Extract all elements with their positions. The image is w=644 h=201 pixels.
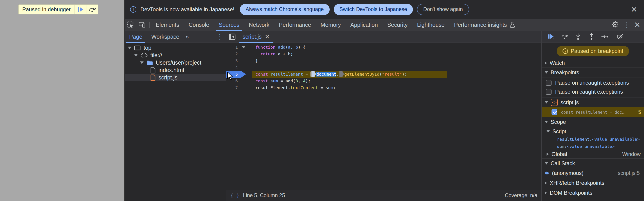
tree-item-script-js[interactable]: script.js xyxy=(125,74,226,81)
chevron-down-icon[interactable] xyxy=(140,62,144,64)
code-line-1[interactable]: function add(a, b) { xyxy=(252,44,542,51)
line-number[interactable]: 5 xyxy=(226,71,238,78)
code-token: a + b; xyxy=(276,52,293,56)
deactivate-breakpoints-icon[interactable] xyxy=(615,31,626,43)
breakpoint-file-label: script.js xyxy=(560,99,579,106)
pause-caught-label: Pause on caught exceptions xyxy=(555,89,623,95)
editor-tab-label: script.js xyxy=(242,34,262,40)
breakpoint-file-group[interactable]: <> script.js xyxy=(542,97,644,107)
tab-performance-insights[interactable]: Performance insights xyxy=(449,19,520,31)
watch-label: Watch xyxy=(550,60,565,66)
paused-in-debugger-label: Paused in debugger xyxy=(19,5,74,14)
section-call-stack[interactable]: Call Stack xyxy=(542,158,644,168)
step-button[interactable] xyxy=(599,31,611,43)
tree-item-label: Users/user/project xyxy=(156,60,202,66)
code-token: b xyxy=(296,45,298,50)
resume-button[interactable] xyxy=(545,31,557,43)
section-xhr-breakpoints[interactable]: XHR/fetch Breakpoints xyxy=(542,178,644,188)
tree-item-index-html[interactable]: index.html xyxy=(125,66,226,74)
navigator-menu-icon[interactable]: ⋮ xyxy=(214,33,226,40)
pause-uncaught-checkbox[interactable] xyxy=(546,80,552,86)
chevron-down-icon[interactable] xyxy=(134,54,138,56)
breakpoints-label: Breakpoints xyxy=(550,69,579,76)
chevron-down-icon[interactable] xyxy=(128,46,132,49)
line-number[interactable]: 1 xyxy=(226,44,238,51)
step-over-button-overlay[interactable] xyxy=(86,5,98,14)
line-number[interactable]: 2 xyxy=(226,51,238,58)
continue-to-here-marker-icon[interactable] xyxy=(312,71,316,77)
line-number-gutter[interactable]: 1234567 xyxy=(226,44,238,91)
step-out-button[interactable] xyxy=(586,31,598,43)
infobar-close-icon[interactable]: ✕ xyxy=(630,6,639,13)
tree-item-users-user-project[interactable]: Users/user/project xyxy=(125,59,226,66)
scope-variable-row[interactable]: sum: <value unavailable> xyxy=(542,143,644,150)
settings-gear-icon[interactable] xyxy=(609,19,621,31)
more-options-icon[interactable]: ⋮ xyxy=(621,19,633,31)
code-token: return xyxy=(260,52,276,56)
tab-elements[interactable]: Elements xyxy=(151,19,184,31)
always-match-language-button[interactable]: Always match Chrome's language xyxy=(240,4,330,15)
hide-navigator-icon[interactable] xyxy=(226,31,238,43)
code-token: , xyxy=(298,78,303,83)
file-orange-icon xyxy=(150,74,156,81)
switch-to-japanese-button[interactable]: Switch DevTools to Japanese xyxy=(334,4,413,15)
continue-to-here-marker-icon[interactable] xyxy=(339,71,344,77)
code-line-3[interactable]: } xyxy=(252,58,542,64)
device-toolbar-icon[interactable] xyxy=(136,19,148,31)
line-number[interactable]: 3 xyxy=(226,58,238,64)
fold-chevron-icon[interactable] xyxy=(242,46,246,48)
tree-item-top[interactable]: top xyxy=(125,44,226,52)
chevron-down-icon xyxy=(546,130,550,132)
inspect-element-icon[interactable] xyxy=(125,19,136,31)
section-scope[interactable]: Scope xyxy=(542,117,644,127)
tab-security[interactable]: Security xyxy=(382,19,412,31)
code-editor[interactable]: 1234567 function add(a, b) { return a + … xyxy=(226,43,542,190)
code-line-5[interactable]: const resultElement = document.getElemen… xyxy=(252,71,542,78)
tree-item-file-[interactable]: file:// xyxy=(125,52,226,59)
tab-memory[interactable]: Memory xyxy=(316,19,346,31)
dont-show-again-button[interactable]: Don't show again xyxy=(417,4,469,15)
scope-script-group[interactable]: Script xyxy=(542,128,644,136)
tab-console[interactable]: Console xyxy=(184,19,214,31)
code-lines[interactable]: function add(a, b) { return a + b;}const… xyxy=(252,44,542,91)
tab-lighthouse[interactable]: Lighthouse xyxy=(412,19,449,31)
variable-value: <value unavailable> xyxy=(567,144,615,149)
code-line-7[interactable]: resultElement.textContent = sum; xyxy=(252,84,542,91)
tab-network[interactable]: Network xyxy=(244,19,274,31)
scope-global-row[interactable]: Global Window xyxy=(542,150,644,158)
section-breakpoints[interactable]: Breakpoints xyxy=(542,68,644,78)
line-number[interactable]: 6 xyxy=(226,78,238,84)
code-line-6[interactable]: const sum = add(3, 4); xyxy=(252,78,542,84)
resume-script-button[interactable] xyxy=(74,5,86,14)
tab-sources[interactable]: Sources xyxy=(214,19,244,31)
step-over-button[interactable] xyxy=(559,31,570,43)
step-into-button[interactable] xyxy=(572,31,584,43)
pause-caught-checkbox[interactable] xyxy=(546,89,552,95)
scope-variable-row[interactable]: resultElement: <value unavailable> xyxy=(542,136,644,143)
more-tabs-icon[interactable]: » xyxy=(184,33,190,40)
pause-caught-row[interactable]: Pause on caught exceptions xyxy=(542,87,644,96)
line-number[interactable]: 7 xyxy=(226,84,238,91)
close-tab-icon[interactable]: ✕ xyxy=(265,33,270,40)
pause-uncaught-row[interactable]: Pause on uncaught exceptions xyxy=(542,78,644,87)
code-line-4[interactable] xyxy=(252,64,542,71)
devtools-close-icon[interactable]: ✕ xyxy=(633,21,642,28)
tab-workspace[interactable]: Workspace xyxy=(147,31,184,43)
breakpoint-entry-row[interactable]: const resultElement = doc… 5 xyxy=(542,107,644,117)
pretty-print-icon[interactable]: { } xyxy=(230,193,240,198)
tree-item-label: script.js xyxy=(158,74,178,81)
folder-icon xyxy=(146,60,154,66)
tree-item-label: index.html xyxy=(158,67,184,74)
code-fold-gutter[interactable] xyxy=(239,44,248,91)
tab-performance[interactable]: Performance xyxy=(274,19,316,31)
info-icon: i xyxy=(130,6,136,12)
line-number[interactable]: 4 xyxy=(226,64,238,71)
tab-page[interactable]: Page xyxy=(125,31,147,43)
section-watch[interactable]: Watch xyxy=(542,58,644,68)
editor-tab-scriptjs[interactable]: script.js ✕ xyxy=(238,31,274,43)
code-line-2[interactable]: return a + b; xyxy=(252,51,542,58)
breakpoint-enabled-checkbox[interactable] xyxy=(552,109,557,115)
call-stack-frame-row[interactable]: (anonymous) script.js:5 xyxy=(542,168,644,178)
section-dom-breakpoints[interactable]: DOM Breakpoints xyxy=(542,188,644,198)
tab-application[interactable]: Application xyxy=(346,19,382,31)
